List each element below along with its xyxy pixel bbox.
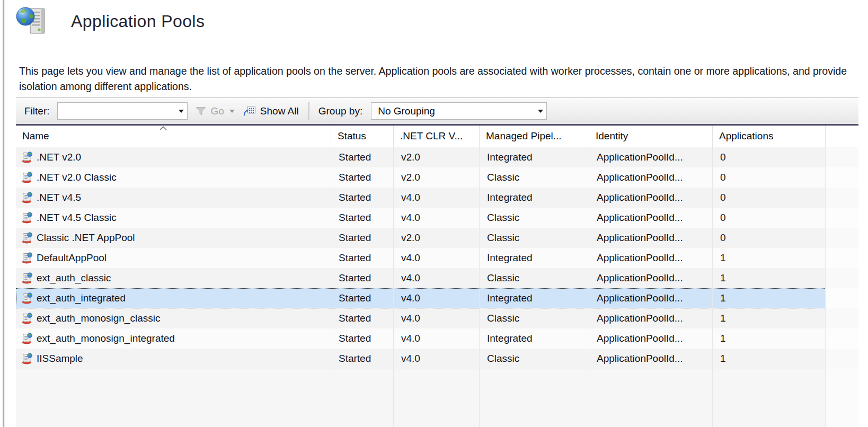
group-by-dropdown[interactable]: No Grouping [371,102,547,120]
cell-name: .NET v2.0 [16,147,331,167]
table-row[interactable]: DefaultAppPool Started v4.0 Integrated A… [16,248,858,268]
pool-clr-version: v4.0 [401,212,420,224]
pool-identity: ApplicationPoolId... [597,172,683,183]
pool-clr-version: v2.0 [401,172,420,183]
cell-clr-version: v4.0 [394,349,480,369]
pool-applications-count: 1 [720,252,726,264]
pool-pipeline-mode: Classic [487,353,519,364]
pool-applications-count: 1 [720,333,726,344]
app-pool-icon [21,292,33,304]
filter-combo[interactable] [57,102,188,120]
go-dropdown-arrow[interactable] [229,110,235,113]
cell-name: .NET v4.5 [16,188,331,208]
group-by-label: Group by: [318,105,362,117]
toolbar-separator [308,102,310,120]
table-row[interactable]: Classic .NET AppPool Started v2.0 Classi… [16,228,858,248]
table-row[interactable]: .NET v2.0 Started v2.0 Integrated Applic… [16,147,858,167]
group-by-value: No Grouping [371,105,435,117]
cell-applications: 0 [713,208,826,228]
pool-pipeline-mode: Integrated [487,152,533,163]
app-pool-icon [21,152,33,163]
cell-identity: ApplicationPoolId... [589,228,713,248]
cell-applications: 1 [713,248,826,268]
app-pool-icon [21,313,33,324]
app-pool-icon [21,252,33,264]
filter-dropdown-arrow[interactable] [175,103,187,119]
table-row[interactable]: ext_auth_monosign_integrated Started v4.… [16,328,858,349]
group-by-dropdown-arrow[interactable] [535,103,546,119]
pool-status: Started [339,252,371,264]
page-header: Application Pools [16,5,205,37]
pool-clr-version: v4.0 [401,192,420,203]
filter-toolbar: Filter: Go [16,97,858,126]
cell-clr-version: v2.0 [394,228,480,248]
pool-pipeline-mode: Integrated [487,192,533,203]
table-row[interactable]: IISSample Started v4.0 Classic Applicati… [16,349,858,369]
cell-identity: ApplicationPoolId... [589,167,713,188]
cell-identity: ApplicationPoolId... [589,288,713,308]
cell-pipeline: Integrated [480,288,589,308]
chevron-down-icon [229,110,235,113]
cell-name: IISSample [16,349,331,369]
table-row[interactable]: .NET v4.5 Classic Started v4.0 Classic A… [16,208,858,228]
column-header-name[interactable]: Name [16,126,331,147]
cell-status: Started [331,208,394,228]
pool-applications-count: 1 [720,353,726,364]
pool-clr-version: v4.0 [401,252,420,264]
pool-status: Started [339,353,371,364]
pool-identity: ApplicationPoolId... [597,353,683,364]
cell-status: Started [331,328,394,349]
pool-name: .NET v2.0 [37,152,81,163]
column-header-clr_version[interactable]: .NET CLR V... [394,126,480,147]
table-row[interactable]: .NET v2.0 Classic Started v2.0 Classic A… [16,167,858,188]
pool-name: .NET v2.0 Classic [37,172,117,183]
show-all-button[interactable]: Show All [243,105,299,117]
pool-clr-version: v4.0 [401,292,420,304]
pool-name: .NET v4.5 Classic [37,212,117,224]
pool-clr-version: v4.0 [401,353,420,364]
pool-applications-count: 1 [720,292,726,304]
table-row[interactable]: .NET v4.5 Started v4.0 Integrated Applic… [16,188,858,208]
column-header-label: Identity [596,130,628,142]
column-header-status[interactable]: Status [331,126,394,147]
cell-pipeline: Integrated [480,328,589,349]
column-header-pipeline[interactable]: Managed Pipel... [480,126,589,147]
pool-identity: ApplicationPoolId... [597,232,683,244]
list-empty-area [16,369,858,427]
cell-clr-version: v4.0 [394,188,480,208]
cell-applications: 0 [713,188,826,208]
sort-ascending-icon [159,126,167,130]
app-pool-icon [21,353,33,364]
pool-applications-count: 0 [720,152,726,163]
cell-clr-version: v4.0 [394,248,480,268]
pool-name: .NET v4.5 [37,192,81,203]
cell-status: Started [331,308,394,328]
app-pool-icon [21,333,33,344]
pool-clr-version: v4.0 [401,272,420,284]
filter-label: Filter: [24,105,50,117]
pool-applications-count: 0 [720,192,726,203]
column-header-label: Applications [719,130,773,142]
pool-status: Started [339,333,371,344]
pool-status: Started [339,313,371,324]
pool-identity: ApplicationPoolId... [597,192,683,203]
page-title: Application Pools [71,12,205,31]
cell-identity: ApplicationPoolId... [589,268,713,288]
cell-pipeline: Integrated [480,188,589,208]
table-row[interactable]: ext_auth_classic Started v4.0 Classic Ap… [16,268,858,288]
cell-status: Started [331,188,394,208]
cell-status: Started [331,268,394,288]
pool-clr-version: v2.0 [401,152,420,163]
column-header-applications[interactable]: Applications [713,126,826,147]
go-button[interactable]: Go [195,105,224,117]
pool-status: Started [339,172,371,183]
table-row[interactable]: ext_auth_integrated Started v4.0 Integra… [16,288,858,308]
cell-status: Started [331,147,394,167]
filter-input[interactable] [58,103,175,119]
cell-name: .NET v4.5 Classic [16,208,331,228]
pool-clr-version: v4.0 [401,333,420,344]
column-header-label: Name [22,130,49,142]
table-row[interactable]: ext_auth_monosign_classic Started v4.0 C… [16,308,858,328]
column-header-identity[interactable]: Identity [589,126,713,147]
app-pool-icon [21,172,33,183]
